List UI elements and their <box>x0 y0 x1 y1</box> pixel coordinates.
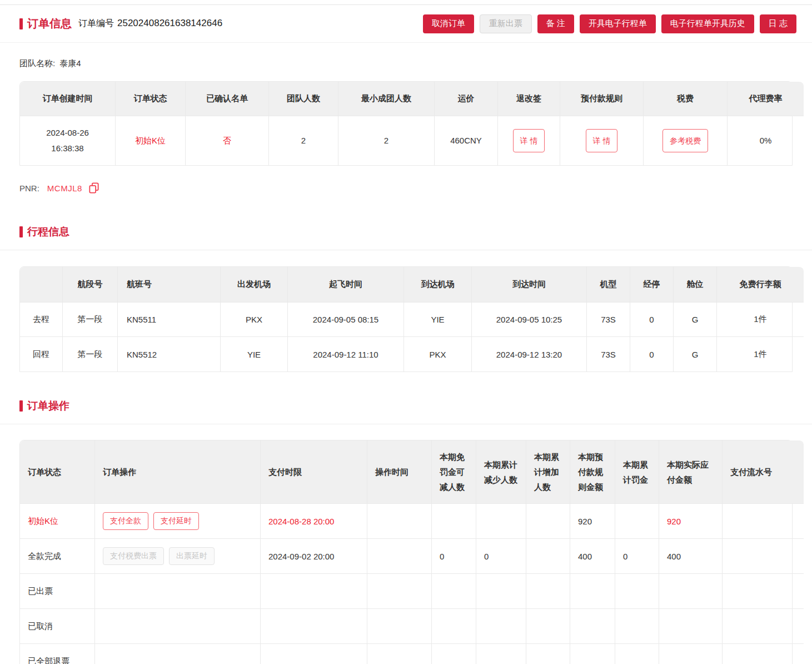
column-header-actual-amount: 本期实际应付金额 <box>659 440 723 504</box>
stops-cell: 0 <box>630 337 674 371</box>
operations-section-title: 订单操作 <box>27 399 69 413</box>
baggage-cell: 1件 <box>717 337 804 371</box>
cum-increase-cell <box>526 539 570 574</box>
copy-icon[interactable] <box>89 182 99 194</box>
column-header-cum-penalty: 本期累计罚金 <box>615 440 659 504</box>
pay-delay-button[interactable]: 支付延时 <box>153 512 199 530</box>
order-action-cell <box>95 574 261 609</box>
order-status-cell: 已取消 <box>20 609 95 644</box>
pay-serial-cell <box>723 609 804 644</box>
free-penalty-reduce-cell <box>432 504 476 539</box>
prepay-rule-amount-cell <box>570 609 615 644</box>
dep-airport-cell: YIE <box>221 337 288 371</box>
prepay-rule-amount-cell <box>570 644 615 664</box>
cum-penalty-cell <box>615 609 659 644</box>
refund-policy-cell: 详 情 <box>498 116 560 165</box>
tax-reference-button[interactable]: 参考税费 <box>662 129 708 152</box>
actual-amount-cell: 920 <box>659 504 723 539</box>
pnr-row: PNR: MCMJL8 <box>19 182 793 194</box>
top-divider <box>0 0 812 5</box>
fare-cell: 460CNY <box>435 116 498 165</box>
cum-reduce-cell: 0 <box>476 539 526 574</box>
itinerary-table: 航段号 航班号 出发机场 起飞时间 到达机场 到达时间 机型 经停 舱位 免费行… <box>19 266 793 372</box>
column-header-pay-deadline: 支付时限 <box>261 440 367 504</box>
pay-tax-issue-button[interactable]: 支付税费出票 <box>103 547 164 565</box>
issue-e-itinerary-button[interactable]: 开具电子行程单 <box>580 14 656 33</box>
ops-row-all-refunded: 已全部退票 <box>20 644 804 664</box>
cum-penalty-cell <box>615 574 659 609</box>
cum-penalty-cell <box>615 504 659 539</box>
page-header: 订单信息 订单编号25202408261638142646 取消订单 重新出票 … <box>0 5 812 43</box>
action-time-cell <box>367 504 432 539</box>
prepay-detail-button[interactable]: 详 情 <box>586 129 618 152</box>
column-header-prepay-rule: 预付款规则 <box>560 82 644 116</box>
column-header-order-status: 订单状态 <box>20 440 95 504</box>
arr-airport-cell: YIE <box>404 303 472 337</box>
itinerary-section-title: 行程信息 <box>27 225 69 239</box>
cancel-order-button[interactable]: 取消订单 <box>423 14 474 33</box>
tax-cell: 参考税费 <box>644 116 728 165</box>
column-header-free-penalty-reduce: 本期免罚金可减人数 <box>432 440 476 504</box>
pay-deadline-cell: 2024-08-28 20:00 <box>261 504 367 539</box>
refund-detail-button[interactable]: 详 情 <box>513 129 545 152</box>
aircraft-cell: 73S <box>587 337 630 371</box>
table-header-row: 航段号 航班号 出发机场 起飞时间 到达机场 到达时间 机型 经停 舱位 免费行… <box>20 267 804 303</box>
team-name-label: 团队名称: <box>19 58 55 68</box>
table-header-row: 订单状态 订单操作 支付时限 操作时间 本期免罚金可减人数 本期累计减少人数 本… <box>20 440 804 504</box>
agency-rate-cell: 0% <box>728 116 804 165</box>
column-header-stops: 经停 <box>630 267 674 303</box>
issue-delay-button[interactable]: 出票延时 <box>169 547 215 565</box>
pnr-label: PNR: <box>19 184 39 193</box>
column-header-arr-time: 到达时间 <box>472 267 587 303</box>
arr-time-cell: 2024-09-12 13:20 <box>472 337 587 371</box>
cum-reduce-cell <box>476 644 526 664</box>
order-status-cell: 初始K位 <box>20 504 95 539</box>
pay-deadline-cell: 2024-09-02 20:00 <box>261 539 367 574</box>
cum-penalty-cell: 0 <box>615 539 659 574</box>
column-header-fare: 运价 <box>435 82 498 116</box>
segment-cell: 第一段 <box>63 303 118 337</box>
column-header-tax: 税费 <box>644 82 728 116</box>
e-itinerary-history-button[interactable]: 电子行程单开具历史 <box>661 14 754 33</box>
direction-cell: 回程 <box>20 337 63 371</box>
column-header-cum-reduce: 本期累计减少人数 <box>476 440 526 504</box>
flight-no-cell: KN5511 <box>118 303 221 337</box>
free-penalty-reduce-cell <box>432 644 476 664</box>
direction-cell: 去程 <box>20 303 63 337</box>
prepay-rule-amount-cell: 400 <box>570 539 615 574</box>
table-header-row: 订单创建时间 订单状态 已确认名单 团队人数 最小成团人数 运价 退改签 预付款… <box>20 82 804 116</box>
reissue-ticket-button[interactable]: 重新出票 <box>480 14 532 33</box>
pnr-value[interactable]: MCMJL8 <box>47 184 82 193</box>
column-header-cum-increase: 本期累计增加人数 <box>526 440 570 504</box>
log-button[interactable]: 日 志 <box>760 14 796 33</box>
dep-time-cell: 2024-09-05 08:15 <box>288 303 404 337</box>
column-header-cabin: 舱位 <box>674 267 717 303</box>
pay-serial-cell <box>723 574 804 609</box>
actual-amount-cell <box>659 609 723 644</box>
column-header-flight-no: 航班号 <box>118 267 221 303</box>
ops-row-initial-k: 初始K位 支付全款 支付延时 2024-08-28 20:00 920 920 <box>20 504 804 539</box>
arr-airport-cell: PKX <box>404 337 472 371</box>
column-header-aircraft: 机型 <box>587 267 630 303</box>
order-action-cell <box>95 609 261 644</box>
free-penalty-reduce-cell <box>432 574 476 609</box>
arr-time-cell: 2024-09-05 10:25 <box>472 303 587 337</box>
return-flight-row: 回程 第一段 KN5512 YIE 2024-09-12 11:10 PKX 2… <box>20 337 804 371</box>
cum-increase-cell <box>526 609 570 644</box>
order-status-cell: 全款完成 <box>20 539 95 574</box>
order-status-cell: 已出票 <box>20 574 95 609</box>
actual-amount-cell: 400 <box>659 539 723 574</box>
action-time-cell <box>367 644 432 664</box>
remark-button[interactable]: 备 注 <box>537 14 574 33</box>
title-accent-bar <box>19 400 23 412</box>
order-action-cell: 支付全款 支付延时 <box>95 504 261 539</box>
min-group-size-cell: 2 <box>338 116 435 165</box>
page-title: 订单信息 <box>27 16 72 31</box>
column-header-segment: 航段号 <box>63 267 118 303</box>
column-header-baggage: 免费行李额 <box>717 267 804 303</box>
team-size-cell: 2 <box>269 116 338 165</box>
flight-no-cell: KN5512 <box>118 337 221 371</box>
action-time-cell <box>367 539 432 574</box>
pay-full-button[interactable]: 支付全款 <box>103 512 148 530</box>
cum-reduce-cell <box>476 609 526 644</box>
